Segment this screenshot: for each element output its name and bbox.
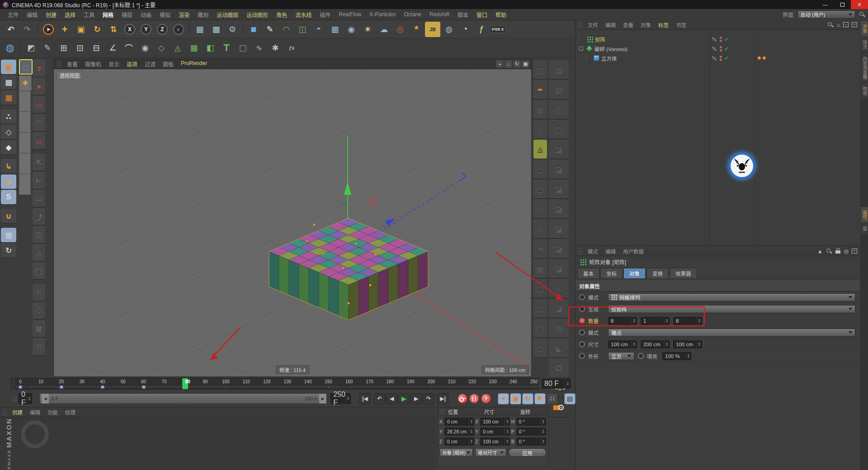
lasso-spline-icon[interactable]: ⌓	[33, 132, 45, 149]
levels-icon[interactable]: ▥	[533, 100, 547, 119]
keyframe-dot[interactable]	[579, 294, 585, 300]
spinner-arrows-icon[interactable]: ▲▼	[686, 352, 691, 360]
redo-icon[interactable]: ↷	[19, 22, 35, 37]
key-scale-button[interactable]: ▣	[510, 393, 521, 404]
cube-plain-icon[interactable]: ▢	[549, 120, 569, 139]
voronoi-fracture-icon[interactable]: ◬	[533, 140, 547, 159]
menu-RealFlow[interactable]: RealFlow	[335, 11, 365, 18]
expander-icon[interactable]: –	[579, 47, 583, 51]
slider-left-button[interactable]: ◀	[42, 394, 49, 404]
value-field[interactable]: 1▲▼	[641, 317, 670, 325]
spinner-arrows-icon[interactable]: ▲▼	[505, 428, 509, 435]
coord-field-旋转-H[interactable]: 0 °▲▼	[516, 418, 546, 426]
edges-mode-icon[interactable]: ◇	[1, 125, 16, 139]
knife-pen-icon[interactable]: ✒	[533, 80, 547, 99]
object-row-矩阵[interactable]: 矩阵✓	[576, 34, 860, 44]
add-light-icon[interactable]: ☀	[360, 22, 375, 37]
cube-arrow-icon[interactable]: ◣	[549, 338, 569, 357]
rotate-tool-icon[interactable]: ↻	[90, 22, 105, 37]
viewport-menu-查看[interactable]: 查看	[63, 60, 81, 68]
cube-point-icon[interactable]: ⊡	[549, 319, 569, 338]
zoom-view-icon[interactable]: ↕	[505, 60, 512, 68]
menu-插件[interactable]: 插件	[316, 11, 335, 19]
menu-X-Particles[interactable]: X-Particles	[365, 11, 400, 18]
arc-tool-icon[interactable]: ⌒	[121, 40, 137, 56]
spinner-arrows-icon[interactable]: ▲▼	[505, 438, 509, 445]
enable-axis-icon[interactable]: ↳	[1, 159, 16, 174]
menu-渲染[interactable]: 渲染	[175, 11, 193, 19]
fracture-d-icon[interactable]: ◪	[549, 199, 569, 218]
phong-tag-icon[interactable]	[757, 56, 761, 60]
render-settings-icon[interactable]: ⚙	[225, 22, 240, 37]
dock-tab-属性[interactable]: 属性	[861, 207, 868, 222]
timeline-ruler[interactable]: 0102030405060708090100110120130140150160…	[11, 378, 539, 390]
goto-start-button[interactable]: |◀	[359, 393, 371, 404]
polygons-mode-icon[interactable]: ◆	[1, 140, 16, 155]
coordinate-system-icon[interactable]: ◐	[171, 22, 186, 37]
menu-运动跟踪[interactable]: 运动跟踪	[212, 11, 242, 19]
bevel-cmd-icon[interactable]: ⤴	[33, 208, 45, 225]
drag-grip[interactable]	[2, 409, 7, 415]
stack-cubes-icon[interactable]: ▤	[549, 60, 569, 79]
enable-snap-icon[interactable]: S	[1, 190, 16, 204]
texture-slot-icon[interactable]	[711, 37, 717, 42]
menu-帮助[interactable]: 帮助	[491, 11, 510, 19]
move-tool-icon[interactable]: +	[19, 75, 32, 91]
slider-right-button[interactable]: ▶	[319, 394, 326, 404]
cube-c-icon[interactable]: ▢	[533, 279, 547, 298]
spinner-arrows-icon[interactable]: ▲▼	[632, 341, 637, 348]
drag-grip[interactable]	[439, 409, 444, 415]
keyframe-marker[interactable]	[60, 385, 63, 389]
array-dots-c-icon[interactable]: ⁙	[33, 338, 45, 355]
active-tool-display[interactable]: ⬚	[19, 59, 33, 75]
material-menu-创建[interactable]: 创建	[9, 409, 26, 416]
tab-坐标[interactable]: 坐标	[600, 268, 623, 278]
spinner-arrows-icon[interactable]: ▲▼	[697, 317, 702, 324]
live-selection-icon[interactable]: ➤	[41, 22, 56, 37]
cube-outline-icon[interactable]: ▢	[235, 40, 250, 56]
pan-view-icon[interactable]: +	[496, 60, 504, 68]
spinner-arrows-icon[interactable]: ▲▼	[632, 317, 637, 324]
cube-d-icon[interactable]: ▢	[533, 299, 547, 318]
enabled-check-icon[interactable]: ✓	[724, 36, 729, 42]
tweak-select-icon[interactable]: ◩	[24, 40, 39, 56]
om-menu-编辑[interactable]: 编辑	[602, 21, 619, 28]
coord-field-位置-Y[interactable]: 28.28 cm▲▼	[444, 428, 474, 436]
menu-模拟[interactable]: 模拟	[156, 11, 175, 19]
start-frame-field[interactable]: 0 F ▲▼	[19, 393, 32, 404]
dots-equal-icon[interactable]: ⁙	[549, 279, 569, 298]
fracture-h-icon[interactable]: ◪	[549, 299, 569, 318]
prev-key-button[interactable]: ↶	[374, 393, 385, 404]
dock-tab-层[interactable]: 层	[861, 223, 868, 234]
material-menu-功能[interactable]: 功能	[44, 409, 61, 416]
minimize-button[interactable]: —	[816, 0, 834, 9]
menu-Octane[interactable]: Octane	[400, 11, 425, 18]
current-frame-field[interactable]: 80 F ▲▼	[542, 379, 571, 389]
key-rotation-button[interactable]: ↻	[522, 393, 533, 404]
spinner-arrows-icon[interactable]: ▲▼	[469, 428, 474, 435]
bridge-cmd-icon[interactable]: ⊢	[33, 172, 45, 189]
spinner-arrows-icon[interactable]: ▲▼	[505, 418, 509, 425]
viewport-menu-面板[interactable]: 面板	[159, 60, 177, 68]
spinner-arrows-icon[interactable]: ▲▼	[27, 394, 32, 404]
lock-z-axis-icon[interactable]: Z	[155, 22, 170, 37]
object-row-立方体[interactable]: 立方体✓	[576, 53, 860, 63]
mesh-cone-icon[interactable]: ◬	[170, 40, 185, 56]
rotate-view-icon[interactable]: ↻	[513, 60, 521, 68]
menu-文件[interactable]: 文件	[4, 11, 23, 19]
extrude-cmd-icon[interactable]: ⇱	[33, 154, 45, 171]
cube-e-icon[interactable]: ▢	[533, 338, 547, 357]
lock-y-axis-icon[interactable]: Y	[138, 22, 154, 37]
lock-x-axis-icon[interactable]: X	[122, 22, 137, 37]
dropdown-外形[interactable]: 立方	[608, 352, 634, 360]
rectangle-select-icon[interactable]: ▭	[33, 96, 45, 113]
menu-角色[interactable]: 角色	[272, 11, 291, 19]
keyframe-dot[interactable]	[579, 306, 585, 312]
new-panel-icon[interactable]: +	[852, 249, 857, 254]
goto-end-button[interactable]: ▶|	[437, 393, 448, 404]
material-menu-纹理[interactable]: 纹理	[61, 409, 79, 416]
inner-extrude-cmd-icon[interactable]: ▭	[33, 190, 45, 207]
dot-snap-a-icon[interactable]: ⊞	[56, 40, 71, 56]
size-mode-dropdown[interactable]: 绝对尺寸	[475, 448, 506, 457]
drag-grip[interactable]	[11, 378, 16, 389]
